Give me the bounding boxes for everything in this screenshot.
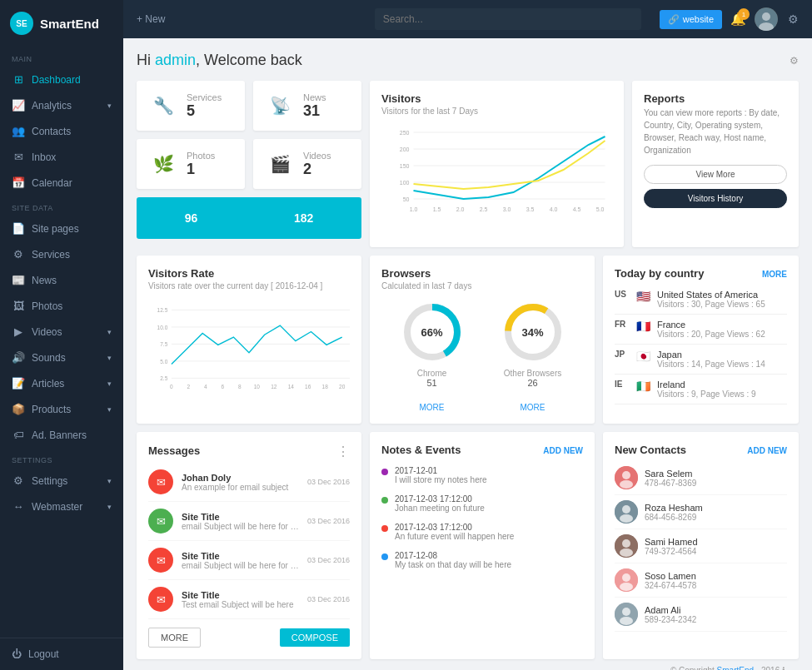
sidebar-item-webmaster[interactable]: ↔ Webmaster ▾ <box>0 494 123 519</box>
view-more-button[interactable]: View More <box>644 165 787 184</box>
other-pct: 34% <box>521 326 543 339</box>
compose-button[interactable]: COMPOSE <box>280 628 350 647</box>
svg-point-54 <box>622 539 630 548</box>
messages-more-button[interactable]: MORE <box>148 628 201 648</box>
search-input[interactable] <box>375 8 641 30</box>
messages-menu-button[interactable]: ⋮ <box>336 444 350 459</box>
svg-text:4.5: 4.5 <box>573 206 581 212</box>
country-info: Ireland Visitors : 9, Page Views : 9 <box>657 380 787 399</box>
sidebar-item-settings[interactable]: ⚙ Settings ▾ <box>0 468 123 494</box>
chrome-donut-container: 66% <box>399 299 466 365</box>
contacts-add-new-button[interactable]: ADD NEW <box>747 446 787 455</box>
settings-gear-icon[interactable]: ⚙ <box>788 12 799 26</box>
note-text: I will store my notes here <box>395 475 487 484</box>
sidebar-item-dashboard[interactable]: ⊞ Dashboard <box>0 67 123 92</box>
sidebar-item-sounds[interactable]: 🔊 Sounds ▾ <box>0 345 123 370</box>
note-item: 2017-12-03 17:12:00 An future event will… <box>381 518 583 546</box>
reports-title: Reports <box>644 92 787 105</box>
contact-avatar <box>615 603 638 626</box>
news-icon: 📰 <box>12 274 25 286</box>
message-content: Site Title email Subject will be here fo… <box>182 551 299 570</box>
sidebar-item-label: Articles <box>32 378 101 390</box>
notes-add-new-button[interactable]: ADD NEW <box>543 446 583 455</box>
svg-text:14: 14 <box>288 384 295 390</box>
sidebar-sitedata-label: Site Data <box>0 196 123 216</box>
services-stat-info: Services 5 <box>187 92 222 120</box>
topbar: + New 🔗 website 🔔 1 ⚙ <box>123 0 812 38</box>
contact-name: Roza Hesham <box>645 503 703 513</box>
avatar-image <box>755 7 778 31</box>
country-stats: Visitors : 30, Page Views : 65 <box>657 300 787 309</box>
svg-text:150: 150 <box>400 163 410 169</box>
country-more-button[interactable]: MORE <box>762 270 787 279</box>
sidebar-item-articles[interactable]: 📝 Articles ▾ <box>0 370 123 396</box>
note-item: 2017-12-01 I will store my notes here <box>381 461 583 489</box>
notification-button[interactable]: 🔔 1 <box>730 12 746 27</box>
contact-avatar <box>615 500 638 524</box>
sidebar-item-label: Analytics <box>32 100 101 112</box>
news-label: News <box>303 92 326 102</box>
new-button[interactable]: + New <box>137 13 165 25</box>
message-content: Johan Doly An example for email subject <box>182 473 299 492</box>
note-content: 2017-12-08 My task on that day will be h… <box>395 551 511 569</box>
svg-text:3.0: 3.0 <box>503 206 511 212</box>
svg-text:200: 200 <box>400 146 410 152</box>
message-date: 03 Dec 2016 <box>307 478 350 486</box>
sidebar-item-videos[interactable]: ▶ Videos ▾ <box>0 319 123 345</box>
message-sender: Johan Doly <box>182 473 299 483</box>
sidebar-item-analytics[interactable]: 📈 Analytics ▾ <box>0 92 123 118</box>
visitors-history-button[interactable]: Visitors History <box>644 189 787 208</box>
photos-stat-icon: 🌿 <box>148 149 178 179</box>
photos-label: Photos <box>187 151 215 161</box>
svg-text:4: 4 <box>204 384 207 390</box>
contact-name: Adam Ali <box>645 605 696 615</box>
note-content: 2017-12-03 17:12:00 Johan meeting on fut… <box>395 494 485 513</box>
photos-stat-info: Photos 1 <box>187 151 215 178</box>
sidebar-item-news[interactable]: 📰 News <box>0 267 123 293</box>
website-button[interactable]: 🔗 website <box>660 10 722 29</box>
country-stats: Visitors : 20, Page Views : 62 <box>657 330 787 339</box>
videos-stat-icon: 🎬 <box>265 149 295 179</box>
chevron-down-icon: ▾ <box>107 380 112 388</box>
country-stats: Visitors : 14, Page Views : 14 <box>657 360 787 369</box>
stat-videos: 🎬 Videos 2 <box>253 139 361 189</box>
browsers-donut-row: 66% Chrome 51 34% <box>381 299 583 388</box>
reports-description: You can view more reports : By date, Cou… <box>644 107 787 156</box>
webmaster-icon: ↔ <box>12 500 25 513</box>
user-avatar[interactable] <box>755 7 778 31</box>
page-settings-icon[interactable]: ⚙ <box>790 55 799 67</box>
visitors-subtitle: Visitors for the last 7 Days <box>381 107 612 116</box>
message-item: ✉ Site Title email Subject will be here … <box>148 502 350 541</box>
svg-text:50: 50 <box>403 196 410 202</box>
chrome-more-button[interactable]: MORE <box>420 403 445 412</box>
visitors-title: Visitors <box>381 92 612 105</box>
news-stat-info: News 31 <box>303 92 326 120</box>
power-icon: ⏻ <box>12 648 22 660</box>
sidebar-item-sitepages[interactable]: 📄 Site pages <box>0 216 123 241</box>
contact-phone: 589-234-2342 <box>645 615 696 624</box>
sidebar-item-adbanners[interactable]: 🏷 Ad. Banners <box>0 422 123 448</box>
contact-avatar <box>615 466 638 489</box>
country-name: Ireland <box>657 380 787 390</box>
sidebar-item-services[interactable]: ⚙ Services <box>0 241 123 267</box>
message-sender: Site Title <box>182 512 299 522</box>
logout-button[interactable]: ⏻ Logout <box>0 638 123 670</box>
other-label: Other Browsers <box>500 369 566 378</box>
chrome-count: 51 <box>399 378 466 388</box>
sidebar-item-contacts[interactable]: 👥 Contacts <box>0 118 123 144</box>
svg-text:7.5: 7.5 <box>160 341 167 347</box>
svg-text:5.0: 5.0 <box>160 359 167 365</box>
sidebar-item-photos[interactable]: 🖼 Photos <box>0 293 123 319</box>
mid-section: Visitors Rate Visitors rate over the cur… <box>137 256 799 424</box>
message-preview: Test email Subject will be here <box>182 600 299 609</box>
sidebar-item-products[interactable]: 📦 Products ▾ <box>0 396 123 422</box>
contact-phone: 749-372-4564 <box>645 547 698 556</box>
sidebar-item-inbox[interactable]: ✉ Inbox <box>0 144 123 170</box>
other-more-button[interactable]: MORE <box>521 403 545 412</box>
country-info: Japan Visitors : 14, Page Views : 14 <box>657 350 787 369</box>
sidebar-item-label: Inbox <box>32 151 112 163</box>
country-stats: Visitors : 9, Page Views : 9 <box>657 390 787 399</box>
country-list: US 🇺🇸 United States of America Visitors … <box>615 285 787 404</box>
svg-text:6: 6 <box>222 384 225 390</box>
sidebar-item-calendar[interactable]: 📅 Calendar <box>0 170 123 196</box>
